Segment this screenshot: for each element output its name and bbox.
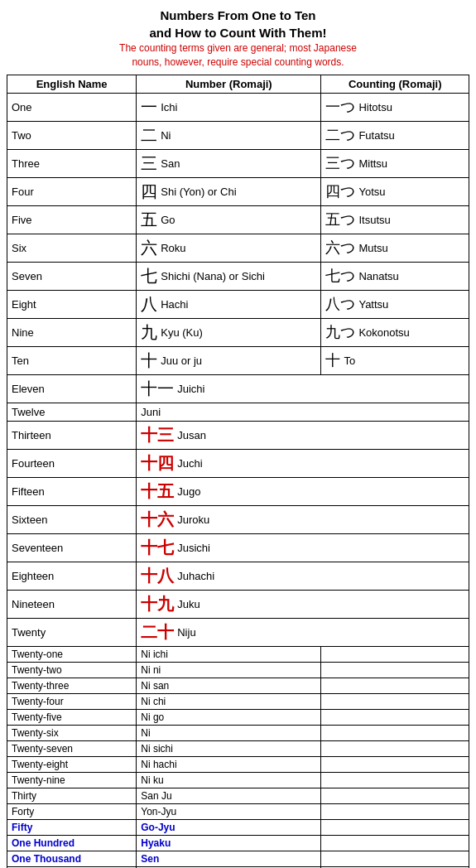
english-cell: Twenty-eight <box>7 756 137 772</box>
english-cell: Thirty <box>7 788 137 803</box>
table-row: Twenty二十 Niju <box>7 618 469 646</box>
table-row: FiftyGo-Jyu <box>7 819 469 835</box>
counting-cell: 五つItsutsu <box>321 205 469 234</box>
table-row: Twenty-threeNi san <box>7 678 469 693</box>
english-cell: Twenty-one <box>7 646 137 662</box>
number-cell: Ni go <box>137 709 321 725</box>
counting-cell <box>321 709 469 725</box>
number-cell: 六 Roku <box>137 234 321 262</box>
number-cell: 一 Ichi <box>137 93 321 121</box>
counting-cell: 一つHitotsu <box>321 93 469 121</box>
table-row: TwelveJuni <box>7 403 469 421</box>
english-cell: Forty <box>7 803 137 819</box>
table-row: Twenty-oneNi ichi <box>7 646 469 662</box>
table-row: FortyYon-Jyu <box>7 803 469 819</box>
numbers-table: English Name Number (Romaji) Counting (R… <box>7 75 469 868</box>
title-block: Numbers From One to Ten and How to Count… <box>7 7 469 70</box>
english-cell: Twelve <box>7 403 137 421</box>
header-row: English Name Number (Romaji) Counting (R… <box>7 75 469 93</box>
table-row: Twenty-fiveNi go <box>7 709 469 725</box>
english-cell: Twenty-four <box>7 693 137 709</box>
table-row: Twenty-nineNi ku <box>7 772 469 788</box>
english-cell: Thirteen <box>7 421 137 449</box>
table-row: Twenty-sixNi <box>7 725 469 740</box>
english-cell: Twenty-six <box>7 725 137 740</box>
table-row: Eleven十一 Juichi <box>7 374 469 403</box>
table-row: Fourteen十四 Juchi <box>7 449 469 477</box>
table-row: Twenty-sevenNi sichi <box>7 740 469 756</box>
number-cell: 四 Shi (Yon) or Chi <box>137 177 321 205</box>
number-cell: 十六 Juroku <box>137 505 469 533</box>
subtitle: The counting terms given are general; mo… <box>7 41 469 70</box>
english-cell: Sixteen <box>7 505 137 533</box>
number-cell: Ni hachi <box>137 756 321 772</box>
number-cell: Yon-Jyu <box>137 803 321 819</box>
english-cell: Three <box>7 149 137 177</box>
table-row: Nineteen十九 Juku <box>7 590 469 618</box>
counting-cell: 九つKokonotsu <box>321 318 469 346</box>
number-cell: 十四 Juchi <box>137 449 469 477</box>
number-cell: 十八 Juhachi <box>137 562 469 590</box>
number-cell: Ni ichi <box>137 646 321 662</box>
table-row: Twenty-twoNi ni <box>7 662 469 678</box>
table-row: Three三 San三つMittsu <box>7 149 469 177</box>
number-cell: Sen <box>137 851 321 866</box>
counting-cell: 四つYotsu <box>321 177 469 205</box>
english-cell: Seventeen <box>7 533 137 562</box>
english-cell: Twenty-five <box>7 709 137 725</box>
number-cell: Ni sichi <box>137 740 321 756</box>
table-row: Twenty-fourNi chi <box>7 693 469 709</box>
col-header-english: English Name <box>7 75 137 93</box>
counting-cell: 七つNanatsu <box>321 262 469 290</box>
page-wrapper: Numbers From One to Ten and How to Count… <box>0 0 476 868</box>
english-cell: Eight <box>7 290 137 318</box>
english-cell: Nine <box>7 318 137 346</box>
table-row: Thirteen十三 Jusan <box>7 421 469 449</box>
number-cell: 十五 Jugo <box>137 477 469 505</box>
table-row: ThirtySan Ju <box>7 788 469 803</box>
table-row: Eight八 Hachi八つYattsu <box>7 290 469 318</box>
english-cell: Nineteen <box>7 590 137 618</box>
title-line1: Numbers From One to Ten <box>160 8 315 22</box>
number-cell: 三 San <box>137 149 321 177</box>
counting-cell <box>321 740 469 756</box>
counting-cell <box>321 693 469 709</box>
counting-cell: 八つYattsu <box>321 290 469 318</box>
table-row: Twenty-eightNi hachi <box>7 756 469 772</box>
subtitle-line1: The counting terms given are general; mo… <box>119 42 357 54</box>
number-cell: 五 Go <box>137 205 321 234</box>
number-cell: Go-Jyu <box>137 819 321 835</box>
counting-cell <box>321 772 469 788</box>
table-row: Eighteen十八 Juhachi <box>7 562 469 590</box>
table-row: Seventeen十七 Jusichi <box>7 533 469 562</box>
counting-cell: 二つFutatsu <box>321 121 469 149</box>
english-cell: Twenty-nine <box>7 772 137 788</box>
number-cell: 十 Juu or ju <box>137 346 321 374</box>
number-cell: Ni <box>137 725 321 740</box>
number-cell: 二 Ni <box>137 121 321 149</box>
counting-cell <box>321 819 469 835</box>
number-cell: San Ju <box>137 788 321 803</box>
english-cell: One <box>7 93 137 121</box>
number-cell: 十三 Jusan <box>137 421 469 449</box>
english-cell: Two <box>7 121 137 149</box>
english-cell: Eleven <box>7 374 137 403</box>
table-row: Seven七 Shichi (Nana) or Sichi七つNanatsu <box>7 262 469 290</box>
table-row: Six六 Roku六つMutsu <box>7 234 469 262</box>
number-cell: Juni <box>137 403 469 421</box>
table-row: Two二 Ni二つFutatsu <box>7 121 469 149</box>
english-cell: Twenty-seven <box>7 740 137 756</box>
number-cell: Ni ku <box>137 772 321 788</box>
english-cell: Fifty <box>7 819 137 835</box>
counting-cell <box>321 835 469 851</box>
counting-cell: 十To <box>321 346 469 374</box>
counting-cell: 六つMutsu <box>321 234 469 262</box>
number-cell: Ni chi <box>137 693 321 709</box>
english-cell: Five <box>7 205 137 234</box>
table-row: One ThousandSen <box>7 851 469 866</box>
col-header-counting: Counting (Romaji) <box>321 75 469 93</box>
table-row: Four四 Shi (Yon) or Chi四つYotsu <box>7 177 469 205</box>
table-row: Fifteen十五 Jugo <box>7 477 469 505</box>
main-title: Numbers From One to Ten and How to Count… <box>7 7 469 41</box>
english-cell: Six <box>7 234 137 262</box>
